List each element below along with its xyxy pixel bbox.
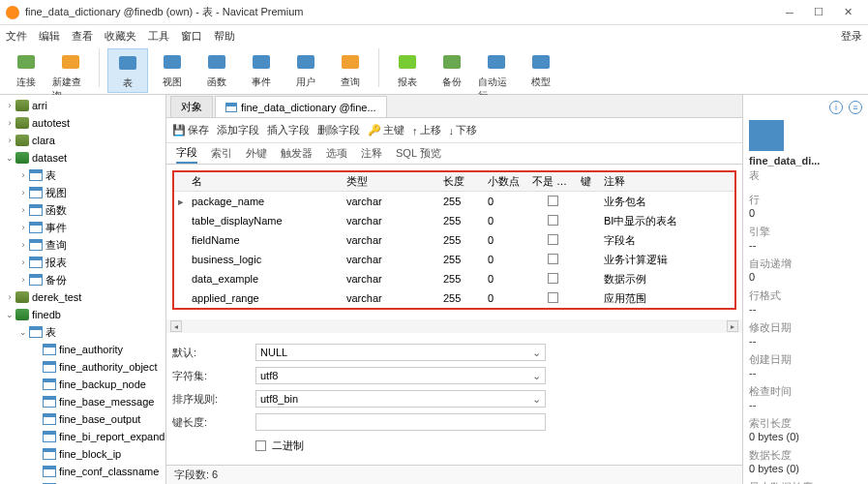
prop-key: 修改日期 (749, 320, 862, 335)
info-icon[interactable]: i (829, 101, 843, 114)
minimize-button[interactable]: ─ (775, 3, 804, 22)
notnull-checkbox[interactable] (548, 254, 558, 264)
toolbar-user[interactable]: 用户 (285, 48, 326, 91)
prop-key: 创建日期 (749, 352, 862, 367)
col-length[interactable]: 长度 (439, 174, 484, 189)
tree-node[interactable]: ›arri (0, 97, 165, 114)
design-tab[interactable]: 选项 (326, 144, 347, 163)
tree-node[interactable]: ⌄dataset (0, 149, 165, 166)
tree-node[interactable]: fine_bi_report_expand (0, 428, 165, 445)
field-row[interactable]: business_logicvarchar2550业务计算逻辑 (174, 250, 734, 269)
col-type[interactable]: 类型 (343, 174, 439, 189)
field-row[interactable]: data_examplevarchar2550数据示例 (174, 269, 734, 288)
toolbar-report[interactable]: 报表 (387, 48, 428, 91)
connection-tree[interactable]: ›arri›autotest›clara⌄dataset›表›视图›函数›事件›… (0, 95, 166, 484)
col-key[interactable]: 键 (577, 174, 600, 189)
move-up-button[interactable]: ↑ 上移 (412, 123, 441, 137)
add-field-button[interactable]: 添加字段 (217, 123, 259, 137)
col-comment[interactable]: 注释 (600, 174, 734, 189)
move-down-button[interactable]: ↓ 下移 (449, 123, 478, 137)
design-tab[interactable]: SQL 预览 (396, 144, 441, 163)
design-tab[interactable]: 触发器 (281, 144, 313, 163)
field-grid[interactable]: 名 类型 长度 小数点 不是 null 键 注释 ▸package_nameva… (166, 165, 742, 319)
tree-node[interactable]: fine_backup_node (0, 376, 165, 393)
tree-node[interactable]: ›derek_test (0, 288, 165, 306)
insert-field-button[interactable]: 插入字段 (267, 123, 310, 137)
toolbar-model[interactable]: 模型 (521, 48, 561, 91)
notnull-checkbox[interactable] (548, 292, 558, 303)
ddl-icon[interactable]: ≡ (849, 101, 862, 114)
tab[interactable]: fine_data_dictionary @fine... (215, 96, 387, 117)
menu-edit[interactable]: 编辑 (39, 29, 60, 44)
svg-rect-0 (17, 55, 35, 69)
design-tab[interactable]: 索引 (211, 144, 232, 163)
backup-icon (440, 50, 464, 74)
tree-node[interactable]: fine_block_ip (0, 445, 165, 463)
toolbar-event[interactable]: 事件 (241, 48, 282, 91)
tree-node[interactable]: ›查询 (0, 236, 165, 254)
toolbar-query[interactable]: 查询 (330, 48, 371, 91)
tree-node[interactable]: ›报表 (0, 254, 165, 271)
tab[interactable]: 对象 (170, 96, 213, 117)
tree-node[interactable]: fine_authority (0, 341, 165, 358)
menu-favorites[interactable]: 收藏夹 (105, 29, 136, 44)
design-tab[interactable]: 注释 (361, 144, 382, 163)
scroll-left-icon[interactable]: ◂ (170, 320, 182, 332)
save-button[interactable]: 💾 保存 (172, 123, 209, 137)
toolbar-function[interactable]: 函数 (196, 48, 237, 91)
col-notnull[interactable]: 不是 null (528, 174, 577, 189)
toolbar-connect[interactable]: 连接 (6, 48, 46, 91)
col-decimal[interactable]: 小数点 (484, 174, 528, 189)
col-name[interactable]: 名 (188, 174, 343, 189)
charset-input[interactable]: utf8 (255, 367, 546, 384)
close-button[interactable]: ✕ (833, 3, 862, 22)
default-input[interactable]: NULL (255, 344, 546, 361)
tree-node[interactable]: ›备份 (0, 271, 165, 288)
notnull-checkbox[interactable] (548, 196, 558, 206)
field-row[interactable]: fieldNamevarchar2550字段名 (174, 230, 734, 250)
binary-checkbox[interactable] (255, 440, 266, 451)
menu-file[interactable]: 文件 (6, 29, 27, 44)
svg-rect-3 (164, 55, 181, 69)
toolbar-backup[interactable]: 备份 (432, 48, 472, 91)
notnull-checkbox[interactable] (548, 273, 558, 284)
tree-node[interactable]: fine_conf_entity (0, 480, 165, 484)
tree-node[interactable]: ⌄finedb (0, 306, 165, 323)
menu-help[interactable]: 帮助 (214, 29, 235, 44)
tree-node[interactable]: fine_base_output (0, 410, 165, 428)
svg-rect-8 (399, 55, 416, 69)
tree-node[interactable]: ⌄表 (0, 323, 165, 341)
keylen-input[interactable] (255, 413, 546, 431)
tree-node[interactable]: fine_base_message (0, 393, 165, 410)
menu-tools[interactable]: 工具 (148, 29, 169, 44)
maximize-button[interactable]: ☐ (804, 3, 833, 22)
field-row[interactable]: applied_rangevarchar2550应用范围 (174, 288, 734, 308)
tree-node[interactable]: ›视图 (0, 184, 165, 201)
tree-node[interactable]: fine_authority_object (0, 358, 165, 376)
menu-view[interactable]: 查看 (72, 29, 93, 44)
scroll-right-icon[interactable]: ▸ (727, 320, 738, 332)
primary-key-button[interactable]: 🔑 主键 (368, 123, 404, 137)
tree-node[interactable]: ›autotest (0, 114, 165, 132)
prop-key: 检查时间 (749, 384, 862, 399)
tree-node[interactable]: ›clara (0, 132, 165, 149)
toolbar-view[interactable]: 视图 (152, 48, 193, 91)
notnull-checkbox[interactable] (548, 234, 558, 245)
tree-node[interactable]: ›表 (0, 166, 165, 184)
design-tab[interactable]: 外键 (246, 144, 267, 163)
collation-input[interactable]: utf8_bin (255, 390, 546, 408)
horizontal-scrollbar[interactable]: ◂ ▸ (166, 319, 742, 333)
prop-value: -- (749, 367, 862, 378)
menu-window[interactable]: 窗口 (181, 29, 202, 44)
tree-node[interactable]: ›函数 (0, 201, 165, 219)
login-button[interactable]: 登录 (841, 29, 862, 44)
prop-value: 0 (749, 207, 862, 219)
design-tab[interactable]: 字段 (176, 143, 197, 164)
toolbar-table[interactable]: 表 (107, 48, 148, 93)
tree-node[interactable]: fine_conf_classname (0, 463, 165, 480)
tree-node[interactable]: ›事件 (0, 219, 165, 236)
notnull-checkbox[interactable] (548, 215, 558, 226)
delete-field-button[interactable]: 删除字段 (317, 123, 360, 137)
field-row[interactable]: table_displayNamevarchar2550BI中显示的表名 (174, 211, 734, 230)
field-row[interactable]: ▸package_namevarchar2550业务包名 (174, 192, 734, 211)
